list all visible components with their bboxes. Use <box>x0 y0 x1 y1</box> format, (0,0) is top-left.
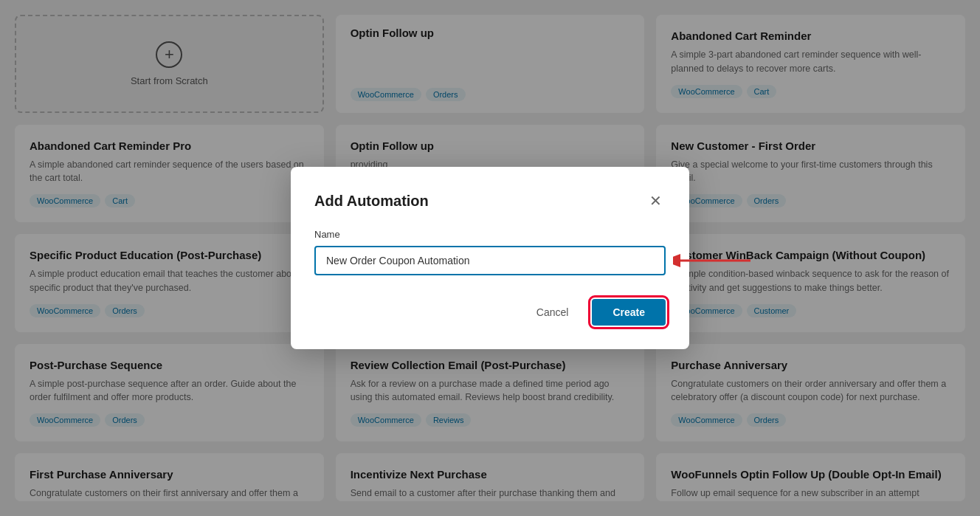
name-label: Name <box>314 229 666 240</box>
modal-header: Add Automation ✕ <box>314 190 666 211</box>
name-input-wrapper <box>314 246 666 275</box>
cancel-button[interactable]: Cancel <box>525 300 581 324</box>
add-automation-modal: Add Automation ✕ Name <box>291 167 689 349</box>
modal-footer: Cancel Create <box>314 299 666 326</box>
modal-title: Add Automation <box>314 193 429 210</box>
modal-close-button[interactable]: ✕ <box>645 190 666 211</box>
name-field: Name <box>314 229 666 275</box>
name-input[interactable] <box>314 246 666 275</box>
arrow-indicator <box>673 246 754 275</box>
red-arrow-icon <box>673 246 754 275</box>
modal-overlay[interactable]: Add Automation ✕ Name <box>0 0 980 516</box>
create-button[interactable]: Create <box>592 299 666 326</box>
